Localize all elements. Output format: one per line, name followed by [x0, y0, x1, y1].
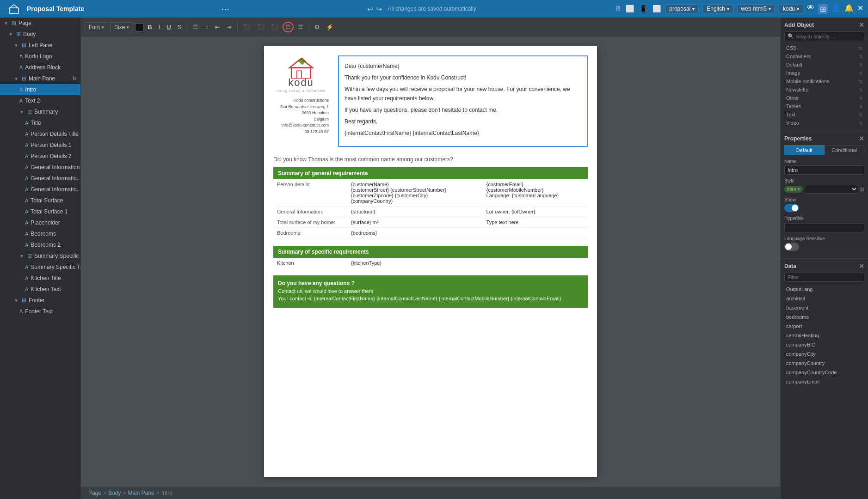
sidebar-item-person-details-title[interactable]: A Person Details Title: [0, 128, 80, 140]
data-item-basement[interactable]: basement: [784, 303, 864, 312]
grid-icon[interactable]: ⊞: [818, 4, 828, 14]
add-object-close[interactable]: ✕: [859, 21, 864, 29]
prop-style-select[interactable]: [805, 185, 858, 194]
show-toggle[interactable]: [784, 204, 799, 212]
undo-button[interactable]: ↩: [367, 5, 373, 13]
color-picker[interactable]: [135, 23, 143, 31]
proposal-dropdown[interactable]: proposal: [665, 4, 699, 13]
category-tables[interactable]: Tables⇅: [784, 102, 864, 110]
breadcrumb-body[interactable]: Body: [108, 490, 121, 496]
english-dropdown[interactable]: English: [702, 4, 733, 13]
lightning-button[interactable]: ⚡: [324, 22, 336, 32]
data-item-centralheating[interactable]: centralHeating: [784, 331, 864, 340]
data-item-outputlang[interactable]: OutputLang: [784, 285, 864, 294]
prop-hyperlink-input[interactable]: [784, 223, 864, 232]
list-unordered-button[interactable]: ☰: [191, 22, 201, 32]
prop-copy-icon[interactable]: ⧉: [860, 186, 864, 193]
watch-icon[interactable]: ⬜: [653, 5, 661, 13]
underline-button[interactable]: U: [164, 22, 173, 32]
refresh-icon[interactable]: ↻: [72, 75, 77, 82]
sidebar-item-general-info-3[interactable]: A General Informatio...: [0, 184, 80, 195]
bold-button[interactable]: B: [145, 22, 154, 32]
kodu-dropdown[interactable]: kodu: [779, 4, 803, 13]
style-tag-remove[interactable]: ×: [797, 187, 800, 192]
sidebar-item-placeholder[interactable]: A Placeholder: [0, 217, 80, 228]
align-justify-button[interactable]: ☰: [283, 22, 294, 32]
indent-increase-button[interactable]: ⇥: [224, 22, 234, 32]
tab-conditional[interactable]: Conditional: [825, 145, 865, 155]
category-text[interactable]: Text⇅: [784, 110, 864, 119]
webhtml5-dropdown[interactable]: web-html5: [737, 4, 775, 13]
doc-intro[interactable]: Dear {customerName} Thank you for your c…: [338, 55, 588, 147]
tab-default[interactable]: Default: [784, 145, 825, 155]
search-objects-input[interactable]: [796, 34, 861, 39]
sidebar-item-summary-specific-title[interactable]: A Summary Specific Title: [0, 262, 80, 273]
category-newsletter[interactable]: Newsletter⇅: [784, 85, 864, 94]
sidebar-item-left-pane[interactable]: ▼ ⊞ Left Pane: [0, 40, 80, 51]
properties-close[interactable]: ✕: [859, 135, 864, 142]
desktop-icon[interactable]: 🖥: [614, 5, 621, 13]
special-char-button[interactable]: Ω: [313, 22, 322, 32]
data-item-companybic[interactable]: companyBIC: [784, 340, 864, 349]
sidebar-item-general-info-2[interactable]: A General Informatio...: [0, 173, 80, 184]
size-dropdown[interactable]: Size: [110, 22, 133, 32]
category-video[interactable]: Video⇅: [784, 119, 864, 127]
data-close[interactable]: ✕: [859, 262, 864, 270]
close-icon[interactable]: ✕: [857, 4, 863, 14]
data-item-bedrooms[interactable]: bedrooms: [784, 312, 864, 322]
mobile-icon[interactable]: 📱: [639, 5, 648, 13]
sidebar-item-footer-text[interactable]: A Footer Text: [0, 306, 80, 317]
indent-decrease-button[interactable]: ⇤: [213, 22, 222, 32]
user-icon[interactable]: 👤: [831, 4, 841, 14]
sidebar-item-intro[interactable]: A Intro: [0, 84, 80, 95]
category-containers[interactable]: Containers⇅: [784, 52, 864, 61]
data-item-companyemail[interactable]: companyEmail: [784, 377, 864, 386]
sidebar-item-title[interactable]: A Title: [0, 117, 80, 128]
align-right-button[interactable]: ⬛: [269, 22, 281, 32]
category-mobile-notifications[interactable]: Mobile notifications⇅: [784, 77, 864, 85]
sidebar-item-text2[interactable]: A Text 2: [0, 95, 80, 106]
data-item-companycity[interactable]: companyCity: [784, 349, 864, 359]
list-ordered-button[interactable]: ≡: [203, 22, 211, 32]
sidebar-item-page[interactable]: ▼ ⊞ Page: [0, 18, 80, 29]
category-other[interactable]: Other⇅: [784, 94, 864, 102]
sidebar-item-person-details-1[interactable]: A Person Details 1: [0, 140, 80, 151]
data-filter-input[interactable]: [784, 273, 864, 282]
tablet-icon[interactable]: ⬜: [626, 5, 634, 13]
data-item-architect[interactable]: architect: [784, 294, 864, 303]
data-item-companycountrycode[interactable]: companyCountryCode: [784, 368, 864, 377]
align-center-button[interactable]: ⬛: [255, 22, 267, 32]
strikethrough-button[interactable]: S: [175, 22, 184, 32]
lang-toggle[interactable]: [784, 243, 799, 251]
data-item-companycountry[interactable]: companyCountry: [784, 359, 864, 368]
breadcrumb-main-pane[interactable]: Main Pane: [128, 490, 154, 496]
font-dropdown[interactable]: Font: [85, 22, 108, 32]
sidebar-item-bedrooms[interactable]: A Bedrooms: [0, 228, 80, 239]
menu-dots[interactable]: ⋯: [221, 4, 229, 14]
eye-icon[interactable]: 👁: [807, 4, 814, 14]
bell-icon[interactable]: 🔔: [844, 4, 854, 14]
sidebar-item-bedrooms-2[interactable]: A Bedrooms 2: [0, 239, 80, 250]
sidebar-item-person-details-2[interactable]: A Person Details 2: [0, 151, 80, 162]
data-item-carport[interactable]: carport: [784, 322, 864, 331]
sidebar-item-kitchen-title[interactable]: A Kitchen Title: [0, 273, 80, 284]
sidebar-item-footer[interactable]: ▼ ⊞ Footer: [0, 295, 80, 306]
sidebar-item-body[interactable]: ▼ ⊞ Body: [0, 29, 80, 40]
category-default[interactable]: Default⇅: [784, 61, 864, 69]
sidebar-item-main-pane[interactable]: ▼ ⊞ Main Pane ↻: [0, 73, 80, 84]
sidebar-item-address-block[interactable]: A Address Block: [0, 62, 80, 73]
breadcrumb-page[interactable]: Page: [88, 490, 101, 496]
italic-button[interactable]: I: [156, 22, 163, 32]
category-css[interactable]: CSS⇅: [784, 44, 864, 52]
sidebar-item-general-info[interactable]: A General Information: [0, 162, 80, 173]
sidebar-item-total-surface-1[interactable]: A Total Surface 1: [0, 206, 80, 217]
redo-button[interactable]: ↪: [376, 5, 382, 13]
sidebar-item-kitchen-text[interactable]: A Kitchen Text: [0, 284, 80, 295]
category-image[interactable]: Image⇅: [784, 69, 864, 77]
sidebar-item-summary[interactable]: ▼ ⊞ Summary: [0, 106, 80, 117]
align-left-button[interactable]: ⬛: [241, 22, 253, 32]
sidebar-item-total-surface[interactable]: A Total Surface: [0, 195, 80, 206]
sidebar-item-kodu-logo[interactable]: A Kodu Logo: [0, 51, 80, 62]
prop-name-input[interactable]: [784, 165, 864, 175]
sidebar-item-summary-specific[interactable]: ▼ ⊞ Summary Specific: [0, 250, 80, 262]
